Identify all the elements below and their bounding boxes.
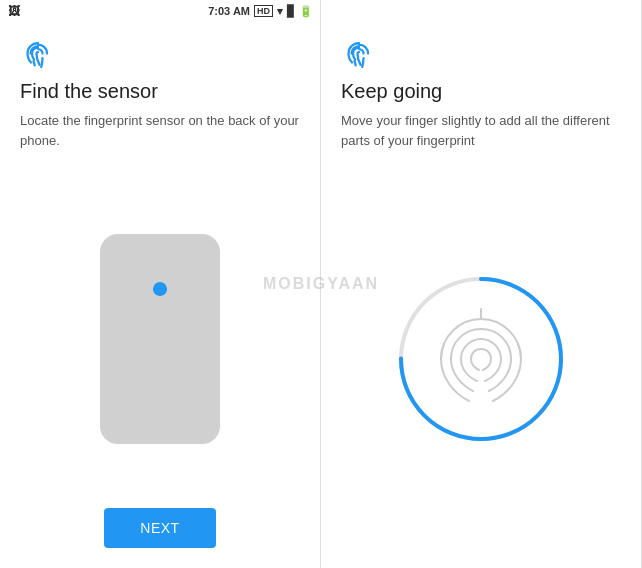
phone-illustration — [20, 170, 300, 508]
right-title: Keep going — [341, 80, 621, 103]
battery-icon: 🔋 — [299, 5, 313, 18]
left-content: Find the sensor Locate the fingerprint s… — [20, 40, 300, 170]
progress-svg — [391, 269, 571, 449]
status-right: 7:03 AM HD ▾ ▊ 🔋 — [208, 5, 313, 18]
left-title: Find the sensor — [20, 80, 300, 103]
status-left-icons: 🖼 — [8, 4, 20, 18]
right-content: Keep going Move your finger slightly to … — [341, 40, 621, 170]
right-description: Move your finger slightly to add all the… — [341, 111, 621, 150]
status-text: 7:03 AM — [208, 5, 250, 17]
fingerprint-icon-left — [20, 40, 300, 80]
phone-shape — [100, 234, 220, 444]
left-status-bar: 🖼 7:03 AM HD ▾ ▊ 🔋 — [0, 0, 321, 22]
right-panel: 🖼 7:04 AM HD ▾ ▊ 🔋 Keep going Move you — [321, 0, 642, 568]
wifi-icon: ▾ — [277, 5, 283, 18]
hd-badge: HD — [254, 5, 273, 17]
left-panel: 🖼 7:03 AM HD ▾ ▊ 🔋 Find the sensor — [0, 0, 321, 568]
photo-icon: 🖼 — [8, 4, 20, 18]
circle-progress — [391, 269, 571, 449]
left-description: Locate the fingerprint sensor on the bac… — [20, 111, 300, 150]
sensor-dot — [153, 282, 167, 296]
signal-icon: ▊ — [287, 5, 295, 18]
fingerprint-icon-right — [341, 40, 621, 80]
progress-area — [341, 170, 621, 548]
next-button[interactable]: NEXT — [104, 508, 215, 548]
